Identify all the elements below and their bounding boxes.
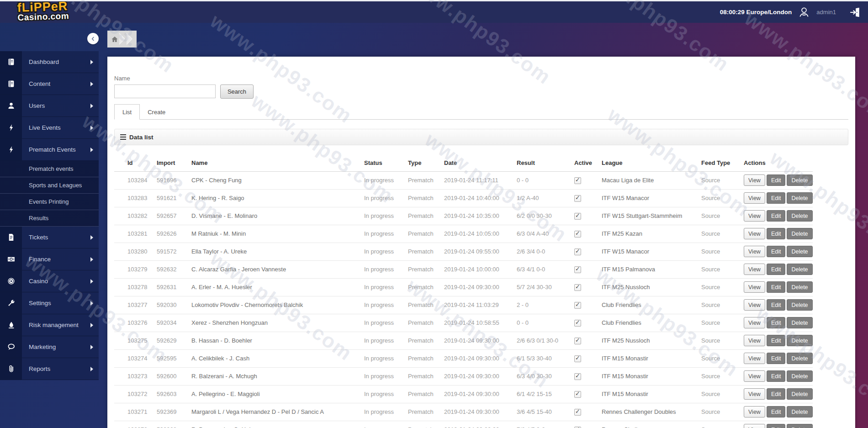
active-checkbox[interactable] bbox=[574, 320, 581, 327]
cell-status: In progress bbox=[364, 260, 408, 278]
edit-button[interactable]: Edit bbox=[767, 192, 786, 204]
active-checkbox[interactable] bbox=[574, 284, 581, 291]
sidebar-item-content[interactable]: Content bbox=[0, 73, 99, 95]
sidebar-item-marketing[interactable]: Marketing bbox=[0, 336, 99, 358]
table-row: 103276592034Xerez - Shenzhen HongzuanIn … bbox=[114, 314, 813, 332]
cell-date: 2019-01-24 10:00:00 bbox=[444, 260, 517, 278]
name-search-input[interactable] bbox=[114, 85, 216, 98]
sidebar-item-settings[interactable]: Settings bbox=[0, 292, 99, 314]
active-checkbox[interactable] bbox=[574, 355, 581, 362]
active-checkbox[interactable] bbox=[574, 373, 581, 380]
active-checkbox[interactable] bbox=[574, 231, 581, 238]
tab-create[interactable]: Create bbox=[140, 104, 173, 120]
active-checkbox[interactable] bbox=[574, 409, 581, 416]
active-checkbox[interactable] bbox=[574, 195, 581, 202]
active-checkbox[interactable] bbox=[574, 391, 581, 398]
sidebar-item-live-events[interactable]: Live Events bbox=[0, 117, 99, 139]
active-checkbox[interactable] bbox=[574, 302, 581, 309]
breadcrumb-home[interactable] bbox=[107, 31, 137, 48]
tab-list[interactable]: List bbox=[114, 104, 140, 120]
view-button[interactable]: View bbox=[744, 228, 765, 239]
sidebar-subitem-sports-and-leagues[interactable]: Sports and Leagues bbox=[0, 177, 99, 194]
delete-button[interactable]: Delete bbox=[787, 210, 812, 222]
cell-status: In progress bbox=[364, 171, 408, 189]
cell-active bbox=[574, 314, 602, 332]
sidebar-subitem-results[interactable]: Results bbox=[0, 210, 99, 227]
view-button[interactable]: View bbox=[744, 246, 765, 257]
edit-button[interactable]: Edit bbox=[767, 281, 786, 293]
view-button[interactable]: View bbox=[744, 335, 765, 346]
delete-button[interactable]: Delete bbox=[787, 192, 812, 204]
breadcrumb-arrow bbox=[127, 32, 136, 46]
play-circle-icon bbox=[0, 270, 22, 292]
cell-feed-type: Source bbox=[701, 403, 744, 421]
user-avatar-icon[interactable] bbox=[797, 5, 811, 19]
active-checkbox[interactable] bbox=[574, 213, 581, 220]
view-button[interactable]: View bbox=[744, 317, 765, 328]
active-checkbox[interactable] bbox=[574, 338, 581, 344]
delete-button[interactable]: Delete bbox=[787, 281, 812, 293]
edit-button[interactable]: Edit bbox=[767, 174, 786, 186]
logout-icon[interactable] bbox=[848, 5, 862, 19]
delete-button[interactable]: Delete bbox=[787, 370, 812, 382]
sidebar-item-label: Content bbox=[22, 80, 90, 87]
active-checkbox[interactable] bbox=[574, 427, 581, 428]
delete-button[interactable]: Delete bbox=[787, 406, 812, 417]
sidebar-subitem-events-printing[interactable]: Events Printing bbox=[0, 194, 99, 210]
active-checkbox[interactable] bbox=[574, 266, 581, 273]
view-button[interactable]: View bbox=[744, 192, 765, 204]
delete-button[interactable]: Delete bbox=[787, 335, 812, 346]
col-header-active: Active bbox=[574, 155, 602, 171]
edit-button[interactable]: Edit bbox=[767, 210, 786, 222]
delete-button[interactable]: Delete bbox=[787, 299, 812, 311]
sidebar-item-reports[interactable]: Reports bbox=[0, 358, 99, 380]
view-button[interactable]: View bbox=[744, 210, 765, 222]
view-button[interactable]: View bbox=[744, 406, 765, 417]
sidebar-subitem-prematch-events[interactable]: Prematch events bbox=[0, 161, 99, 177]
view-button[interactable]: View bbox=[744, 388, 765, 400]
edit-button[interactable]: Edit bbox=[767, 299, 786, 311]
site-logo[interactable]: fLiPPeR Casino.com bbox=[17, 0, 69, 22]
active-checkbox[interactable] bbox=[574, 248, 581, 255]
view-button[interactable]: View bbox=[744, 370, 765, 382]
search-button[interactable]: Search bbox=[220, 85, 254, 99]
sidebar-item-prematch-events[interactable]: Prematch Events bbox=[0, 139, 99, 161]
sidebar-collapse-button[interactable] bbox=[87, 33, 99, 44]
sidebar-item-risk-management[interactable]: Risk management bbox=[0, 314, 99, 336]
edit-button[interactable]: Edit bbox=[767, 353, 786, 364]
edit-button[interactable]: Edit bbox=[767, 246, 786, 257]
edit-button[interactable]: Edit bbox=[767, 228, 786, 239]
delete-button[interactable]: Delete bbox=[787, 424, 812, 428]
cell-import-id: 592595 bbox=[157, 349, 191, 367]
view-button[interactable]: View bbox=[744, 299, 765, 311]
edit-button[interactable]: Edit bbox=[767, 388, 786, 400]
delete-button[interactable]: Delete bbox=[787, 246, 812, 257]
view-button[interactable]: View bbox=[744, 424, 765, 428]
delete-button[interactable]: Delete bbox=[787, 388, 812, 400]
sidebar-item-dashboard[interactable]: Dashboard bbox=[0, 51, 99, 73]
view-button[interactable]: View bbox=[744, 281, 765, 293]
edit-button[interactable]: Edit bbox=[767, 424, 786, 428]
sidebar-item-casino[interactable]: Casino bbox=[0, 270, 99, 292]
view-button[interactable]: View bbox=[744, 174, 765, 186]
cell-id: 103281 bbox=[114, 225, 157, 243]
sidebar-item-users[interactable]: Users bbox=[0, 95, 99, 117]
edit-button[interactable]: Edit bbox=[767, 317, 786, 328]
delete-button[interactable]: Delete bbox=[787, 228, 812, 239]
edit-button[interactable]: Edit bbox=[767, 264, 786, 275]
edit-button[interactable]: Edit bbox=[767, 370, 786, 382]
cell-active bbox=[574, 403, 602, 421]
sidebar-item-tickets[interactable]: Tickets bbox=[0, 227, 99, 248]
cell-id: 103273 bbox=[114, 367, 157, 385]
view-button[interactable]: View bbox=[744, 264, 765, 275]
delete-button[interactable]: Delete bbox=[787, 317, 812, 328]
edit-button[interactable]: Edit bbox=[767, 335, 786, 346]
delete-button[interactable]: Delete bbox=[787, 264, 812, 275]
delete-button[interactable]: Delete bbox=[787, 174, 812, 186]
active-checkbox[interactable] bbox=[574, 177, 581, 184]
edit-button[interactable]: Edit bbox=[767, 406, 786, 417]
sidebar-item-finance[interactable]: Finance bbox=[0, 248, 99, 270]
cell-type: Prematch bbox=[408, 189, 444, 207]
delete-button[interactable]: Delete bbox=[787, 353, 812, 364]
view-button[interactable]: View bbox=[744, 353, 765, 364]
